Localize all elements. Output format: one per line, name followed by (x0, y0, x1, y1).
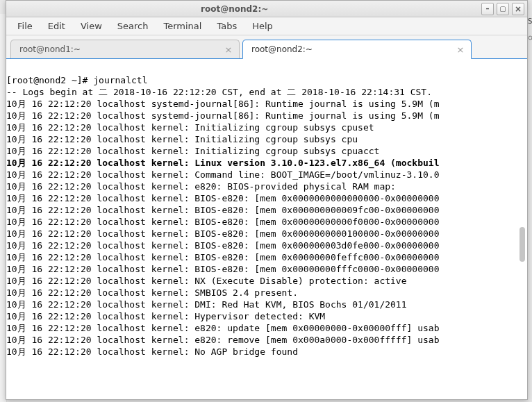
terminal-line: 10月 16 22:12:20 localhost kernel: BIOS-e… (6, 263, 523, 275)
window-title: root@nond2:~ (201, 4, 479, 14)
terminal-line: 10月 16 22:12:20 localhost kernel: SMBIOS… (6, 287, 523, 299)
terminal-line: 10月 16 22:12:20 localhost kernel: BIOS-e… (6, 240, 523, 251)
terminal-line: 10月 16 22:12:20 localhost kernel: BIOS-e… (6, 216, 523, 228)
terminal-line: 10月 16 22:12:20 localhost systemd-journa… (6, 110, 523, 122)
terminal-line: 10月 16 22:12:20 localhost kernel: Initia… (6, 133, 523, 145)
terminal-output[interactable]: [root@nond2 ~]# journalctl-- Logs begin … (6, 59, 527, 399)
tab-nond1[interactable]: root@nond1:~ × (10, 40, 240, 58)
terminal-line: 10月 16 22:12:20 localhost kernel: e820: … (6, 181, 523, 192)
minimize-button[interactable]: – (481, 3, 494, 15)
terminal-line: 10月 16 22:12:20 localhost kernel: Hyperv… (6, 310, 523, 322)
terminal-line: 10月 16 22:12:20 localhost kernel: DMI: R… (6, 299, 523, 310)
menu-tabs[interactable]: Tabs (210, 19, 244, 33)
terminal-line: 10月 16 22:12:20 localhost kernel: e820: … (6, 334, 523, 346)
terminal-line: 10月 16 22:12:20 localhost kernel: e820: … (6, 322, 523, 334)
scrollbar-thumb[interactable] (519, 227, 525, 262)
maximize-button[interactable]: ▢ (497, 3, 509, 15)
menu-search[interactable]: Search (110, 19, 156, 33)
terminal-line: 10月 16 22:12:20 localhost kernel: BIOS-e… (6, 204, 523, 216)
terminal-area: [root@nond2 ~]# journalctl-- Logs begin … (6, 59, 527, 399)
menu-edit[interactable]: Edit (41, 19, 72, 33)
terminal-line: 10月 16 22:12:20 localhost kernel: Initia… (6, 145, 523, 157)
terminal-line: 10月 16 22:12:20 localhost kernel: Comman… (6, 169, 523, 181)
tab-label: root@nond1:~ (19, 44, 224, 54)
scrollbar[interactable] (519, 74, 526, 394)
menu-view[interactable]: View (74, 19, 109, 33)
terminal-line: 10月 16 22:12:20 localhost kernel: BIOS-e… (6, 192, 523, 204)
tab-label: root@nond2:~ (251, 44, 456, 54)
search-icon[interactable] (528, 32, 532, 44)
bg-right-label: SD (528, 14, 532, 28)
menu-help[interactable]: Help (245, 19, 280, 33)
menu-file[interactable]: File (10, 19, 40, 33)
terminal-line: 10月 16 22:12:20 localhost systemd-journa… (6, 98, 523, 110)
terminal-line: 10月 16 22:12:20 localhost kernel: BIOS-e… (6, 251, 523, 263)
menubar: File Edit View Search Terminal Tabs Help (6, 17, 527, 35)
tab-nond2[interactable]: root@nond2:~ × (242, 40, 472, 59)
terminal-line: 10月 16 22:12:20 localhost kernel: BIOS-e… (6, 228, 523, 240)
tab-close-icon[interactable]: × (224, 44, 233, 54)
terminal-line: -- Logs begin at 二 2018-10-16 22:12:20 C… (6, 86, 523, 98)
terminal-line: 10月 16 22:12:20 localhost kernel: No AGP… (6, 346, 523, 358)
tab-close-icon[interactable]: × (456, 44, 465, 54)
tabstrip: root@nond1:~ × root@nond2:~ × (6, 35, 527, 59)
terminal-line: [root@nond2 ~]# journalctl (6, 74, 523, 86)
terminal-line: 10月 16 22:12:20 localhost kernel: Initia… (6, 122, 523, 133)
terminal-line: 10月 16 22:12:20 localhost kernel: NX (Ex… (6, 275, 523, 287)
close-button[interactable]: × (512, 3, 524, 15)
terminal-line: 10月 16 22:12:20 localhost kernel: Linux … (6, 157, 523, 169)
menu-terminal[interactable]: Terminal (156, 19, 208, 33)
titlebar[interactable]: root@nond2:~ – ▢ × (6, 1, 527, 17)
terminal-window: root@nond2:~ – ▢ × File Edit View Search… (6, 0, 528, 400)
svg-point-0 (529, 36, 532, 40)
